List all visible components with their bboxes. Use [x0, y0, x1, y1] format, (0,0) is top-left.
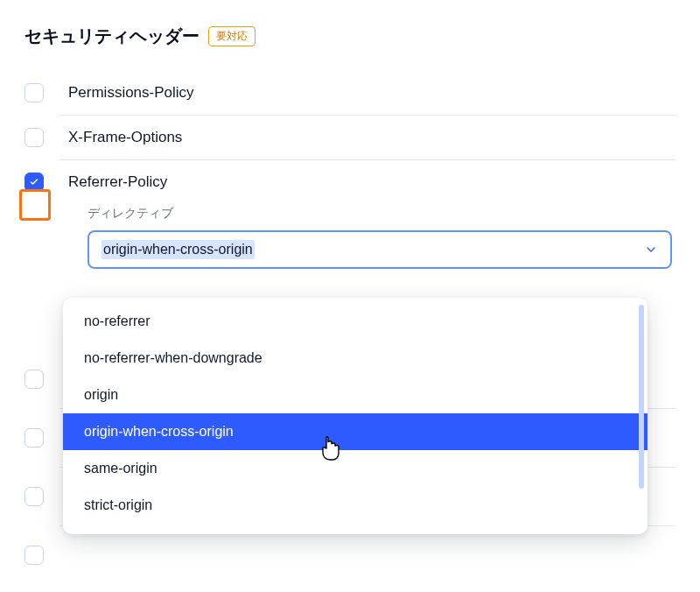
- chevron-down-icon: [644, 243, 658, 257]
- checkbox-hidden[interactable]: [24, 546, 44, 565]
- checkbox-hidden[interactable]: [24, 487, 44, 506]
- dropdown-option[interactable]: no-referrer-when-downgrade: [63, 340, 648, 377]
- checkbox-referrer-policy[interactable]: [24, 173, 44, 192]
- directive-subsection: ディレクティブ origin-when-cross-origin: [60, 206, 676, 269]
- header-label: X-Frame-Options: [68, 129, 182, 146]
- section-title: セキュリティヘッダー: [24, 25, 200, 48]
- header-row-x-frame-options: X-Frame-Options: [24, 116, 676, 159]
- directive-dropdown: no-referrer no-referrer-when-downgrade o…: [63, 298, 648, 534]
- dropdown-option[interactable]: no-referrer: [63, 303, 648, 340]
- header-label: Permissions-Policy: [68, 84, 194, 102]
- checkbox-permissions-policy[interactable]: [24, 83, 44, 102]
- dropdown-option[interactable]: strict-origin: [63, 487, 648, 524]
- header-row-referrer-policy: Referrer-Policy: [24, 160, 676, 204]
- header-row-hidden: [24, 526, 676, 584]
- checkbox-hidden[interactable]: [24, 370, 44, 389]
- checkbox-x-frame-options[interactable]: [24, 128, 44, 147]
- directive-label: ディレクティブ: [88, 206, 676, 222]
- directive-select[interactable]: origin-when-cross-origin: [88, 230, 672, 269]
- header-row-permissions-policy: Permissions-Policy: [24, 71, 676, 115]
- dropdown-option[interactable]: same-origin: [63, 450, 648, 487]
- scrollbar[interactable]: [639, 305, 644, 489]
- section-header: セキュリティヘッダー 要対応: [24, 25, 676, 48]
- directive-selected-value: origin-when-cross-origin: [102, 240, 255, 259]
- dropdown-option[interactable]: origin: [63, 377, 648, 413]
- checkbox-hidden[interactable]: [24, 428, 44, 448]
- dropdown-option-selected[interactable]: origin-when-cross-origin: [63, 413, 648, 450]
- header-label: Referrer-Policy: [68, 173, 167, 191]
- status-badge: 要対応: [208, 26, 256, 46]
